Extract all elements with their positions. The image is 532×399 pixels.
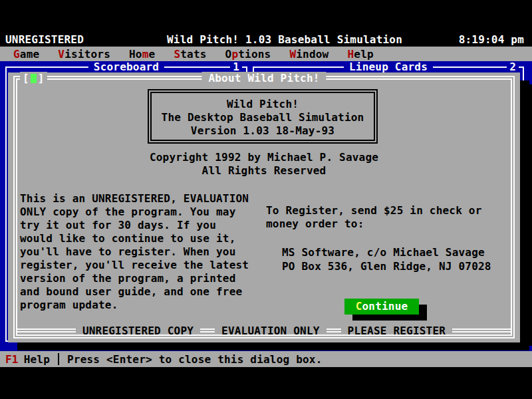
menu-visitors[interactable]: Visitors <box>49 48 120 61</box>
footer-unregistered-copy: UNREGISTERED COPY <box>82 325 194 337</box>
scoreboard-window-title: Scoreboard <box>88 61 164 73</box>
footer-line <box>200 329 215 332</box>
menu-visitors-hotkey: V <box>58 48 65 61</box>
dialog-title: About Wild Pitch! <box>201 72 326 84</box>
menu-home-hotkey: m <box>142 48 149 61</box>
footer-evaluation-only: EVALUATION ONLY <box>221 325 320 337</box>
program-tagline: The Desktop Baseball Simulation <box>152 111 374 124</box>
program-info-box: Wild Pitch! The Desktop Baseball Simulat… <box>148 89 378 144</box>
program-version: Version 1.03 18-May-93 <box>152 124 374 138</box>
footer-line <box>17 329 76 332</box>
app-title: Wild Pitch! 1.03 Baseball Simulation <box>138 33 431 46</box>
footer-line <box>327 329 341 332</box>
dos-screen: UNREGISTERED Wild Pitch! 1.03 Baseball S… <box>0 32 532 367</box>
menu-game-hotkey: G <box>13 48 20 61</box>
status-message: Press <Enter> to close this dialog box. <box>67 353 322 366</box>
registration-status: UNREGISTERED <box>5 33 138 46</box>
menu-help[interactable]: Help <box>338 48 382 61</box>
menu-window[interactable]: Window <box>280 48 338 61</box>
lineup-cards-window-title: Lineup Cards <box>344 61 433 73</box>
menu-bar: Game Visitors Home Stats Options Window … <box>0 47 532 61</box>
dialog-close-button[interactable]: [ ] <box>20 72 47 84</box>
copyright-text: Copyright 1992 by Michael P. Savage All … <box>8 151 520 178</box>
continue-button-hotkey: C <box>356 300 362 313</box>
about-dialog: [ ] About Wild Pitch! Wild Pitch! The De… <box>8 72 520 342</box>
register-address: MS Software, c/o Michael Savage PO Box 5… <box>282 245 491 273</box>
footer-please-register: PLEASE REGISTER <box>348 325 446 337</box>
menu-game[interactable]: Game <box>4 48 49 61</box>
close-icon <box>31 74 37 83</box>
program-name: Wild Pitch! <box>152 98 374 111</box>
lineup-window-shadow <box>524 84 532 346</box>
app-title-bar: UNREGISTERED Wild Pitch! 1.03 Baseball S… <box>0 32 532 47</box>
menu-stats[interactable]: Stats <box>164 48 215 61</box>
status-separator <box>58 353 59 365</box>
menu-window-hotkey: W <box>289 48 296 61</box>
status-bar: F1 Help Press <Enter> to close this dial… <box>0 351 532 367</box>
evaluation-notice-text: This is an UNREGISTERED, EVALUATION ONLY… <box>20 192 249 312</box>
menu-home[interactable]: Home <box>120 48 164 61</box>
footer-line <box>452 329 511 332</box>
dialog-footer-rule: UNREGISTERED COPY EVALUATION ONLY PLEASE… <box>17 324 511 337</box>
desktop: Scoreboard 1 Lineup Cards 2 [ ] About Wi… <box>0 61 532 351</box>
f1-help-hotkey[interactable]: F1 <box>5 353 19 366</box>
menu-options-hotkey: p <box>231 48 238 61</box>
menu-options[interactable]: Options <box>216 48 281 61</box>
clock: 8:19:04 pm <box>431 33 524 46</box>
menu-stats-hotkey: S <box>174 48 180 61</box>
register-instructions: To Register, send $25 in check or money … <box>266 204 481 231</box>
continue-button[interactable]: Continue <box>344 299 419 315</box>
menu-help-hotkey: H <box>347 48 354 61</box>
lineup-cards-window-number: 2 <box>507 61 519 73</box>
f1-help-label[interactable]: Help <box>24 353 50 366</box>
